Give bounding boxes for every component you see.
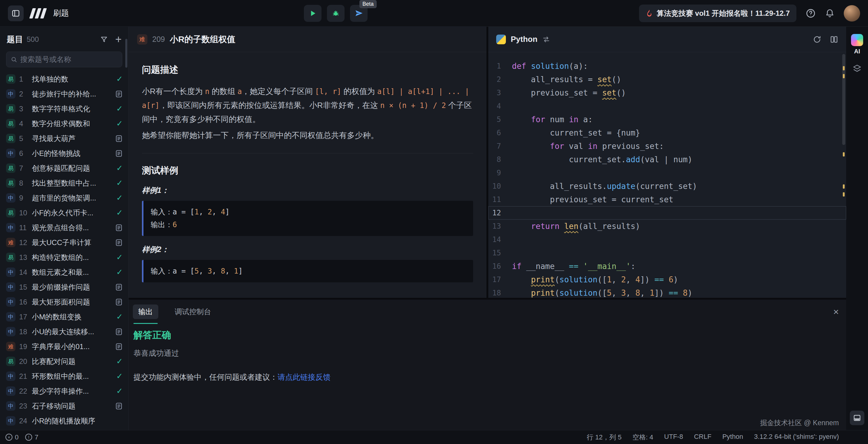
difficulty-badge: 难 <box>6 238 16 247</box>
problem-list-item[interactable]: 易5寻找最大葫芦 <box>0 131 128 146</box>
problem-list-item[interactable]: 易1找单独的数✓ <box>0 71 128 87</box>
add-problem-button[interactable]: + <box>115 35 122 43</box>
code-line-18[interactable]: 18 print(solution([5, 3, 8, 1]) == 8) <box>488 286 846 298</box>
indentation-setting[interactable]: 空格: 4 <box>632 433 653 442</box>
code-line-13[interactable]: 13 return len(all_results) <box>488 220 846 233</box>
problem-list-item[interactable]: 易10小F的永久代币卡...✓ <box>0 205 128 220</box>
problem-number: 19 <box>19 342 28 351</box>
search-box <box>6 52 122 67</box>
tab-output[interactable]: 输出 <box>133 305 158 319</box>
code-line-8[interactable]: 8 current_set.add(val | num) <box>488 153 846 166</box>
search-input[interactable] <box>20 55 118 64</box>
problem-list-item[interactable]: 难12最大UCC子串计算 <box>0 235 128 250</box>
attempted-doc-icon <box>115 402 123 410</box>
problem-list-item[interactable]: 易20比赛配对问题✓ <box>0 354 128 369</box>
code-line-7[interactable]: 7 for val in previous_set: <box>488 139 846 153</box>
problem-number: 9 <box>19 194 28 202</box>
warning-count: 7 <box>35 433 38 441</box>
code-line-5[interactable]: 5 for num in a: <box>488 113 846 126</box>
description-paragraph: 她希望你能帮她计算一下，所有子区间中的不同权值总共有多少种。 <box>142 129 473 142</box>
problem-list-item[interactable]: 易7创意标题匹配问题✓ <box>0 161 128 176</box>
problem-list-item[interactable]: 中23石子移动问题 <box>0 399 128 413</box>
code-editor[interactable]: 1def solution(a):2 all_results = set()3 … <box>488 52 846 298</box>
problem-list-item[interactable]: 中14数组元素之和最...✓ <box>0 265 128 280</box>
text-segment: 小R有一个长度为 <box>142 87 205 96</box>
problem-list-item[interactable]: 易4数字分组求偶数和✓ <box>0 116 128 131</box>
code-line-15[interactable]: 15 <box>488 246 846 260</box>
close-panel-icon[interactable]: × <box>833 307 839 317</box>
code-line-1[interactable]: 1def solution(a): <box>488 59 846 73</box>
feedback-link[interactable]: 请点此链接反馈 <box>278 373 331 381</box>
columns-icon <box>830 35 838 44</box>
code-line-17[interactable]: 17 print(solution([1, 2, 4]) == 6) <box>488 273 846 286</box>
run-button[interactable] <box>304 5 321 22</box>
editor-header: Python <box>488 27 846 52</box>
problem-list-item[interactable]: 中9超市里的货物架调...✓ <box>0 190 128 205</box>
language-switch-button[interactable] <box>542 35 550 43</box>
sidebar-scrollbar-thumb[interactable] <box>125 39 127 68</box>
filter-button[interactable] <box>100 35 108 43</box>
code-line-10[interactable]: 10 all_results.update(current_set) <box>488 180 846 193</box>
code-line-4[interactable]: 4 <box>488 99 846 113</box>
output-tabs: 输出 调试控制台 × <box>129 299 846 324</box>
toggle-bottom-panel-button[interactable] <box>850 411 864 425</box>
workspace-switcher-button[interactable] <box>8 5 24 21</box>
tab-debug-console[interactable]: 调试控制台 <box>169 305 217 319</box>
problem-title: 小M的数组变换 <box>32 312 113 322</box>
problem-list-item[interactable]: 易3数字字符串格式化✓ <box>0 101 128 116</box>
problem-list-item[interactable]: 中6小E的怪物挑战 <box>0 146 128 161</box>
warnings-indicator[interactable]: ! 7 <box>25 433 38 441</box>
attempted-doc-icon <box>115 298 123 306</box>
submit-button[interactable]: Beta <box>350 5 368 22</box>
problem-title: 小U的最大连续移... <box>32 327 111 337</box>
problem-title: 小R的随机播放顺序 <box>32 416 123 426</box>
contest-banner-text: 算法竞技赛 vol1 开始报名啦！11.29-12.7 <box>657 8 790 18</box>
reset-code-button[interactable] <box>813 35 821 44</box>
code-area: 1def solution(a):2 all_results = set()3 … <box>488 59 846 298</box>
errors-indicator[interactable]: × 0 <box>5 433 19 441</box>
code-line-14[interactable]: 14 <box>488 233 846 246</box>
problem-list-item[interactable]: 中2徒步旅行中的补给... <box>0 87 128 101</box>
code-line-11[interactable]: 11 previous_set = current_set <box>488 193 846 206</box>
code-line-3[interactable]: 3 previous_set = set() <box>488 86 846 99</box>
ai-assistant-icon[interactable] <box>851 34 863 46</box>
difficulty-badge: 中 <box>6 416 16 425</box>
contest-banner[interactable]: 算法竞技赛 vol1 开始报名啦！11.29-12.7 <box>639 5 797 22</box>
encoding-setting[interactable]: UTF-8 <box>664 433 683 442</box>
eol-setting[interactable]: CRLF <box>694 433 711 442</box>
line-number: 11 <box>488 193 512 206</box>
problem-list-item[interactable]: 中15最少前缀操作问题 <box>0 280 128 294</box>
code-line-2[interactable]: 2 all_results = set() <box>488 73 846 86</box>
problem-list-item[interactable]: 难19字典序最小的01... <box>0 339 128 354</box>
problem-list-item[interactable]: 中18小U的最大连续移... <box>0 324 128 339</box>
problem-list-item[interactable]: 中17小M的数组变换✓ <box>0 309 128 324</box>
interpreter-info[interactable]: 3.12.2 64-bit ('shims': pyenv) <box>754 433 839 442</box>
problem-list-item[interactable]: 中21环形数组中的最...✓ <box>0 369 128 384</box>
warning-marker <box>843 152 845 157</box>
sample1-label: 样例1： <box>142 185 473 195</box>
user-avatar[interactable] <box>844 5 860 22</box>
code-line-6[interactable]: 6 current_set = {num} <box>488 126 846 139</box>
language-mode[interactable]: Python <box>722 433 743 442</box>
problem-list-item[interactable]: 中22最少字符串操作...✓ <box>0 384 128 399</box>
difficulty-badge: 中 <box>6 193 16 202</box>
split-view-button[interactable] <box>830 35 838 44</box>
problem-list-item[interactable]: 中16最大矩形面积问题 <box>0 294 128 309</box>
problem-list-item[interactable]: 易13构造特定数组的...✓ <box>0 250 128 265</box>
problem-number: 24 <box>19 417 28 425</box>
problem-title: 找单独的数 <box>32 74 113 84</box>
code-line-9[interactable]: 9 <box>488 166 846 180</box>
problem-list-item[interactable]: 中11观光景点组合得... <box>0 220 128 235</box>
problem-list-item[interactable]: 中24小R的随机播放顺序 <box>0 413 128 428</box>
debug-button[interactable] <box>327 5 344 22</box>
notifications-button[interactable] <box>825 8 835 18</box>
attempted-doc-icon <box>115 283 123 291</box>
attempted-doc-icon <box>115 328 123 336</box>
problem-list-item[interactable]: 易8找出整型数组中占...✓ <box>0 176 128 190</box>
code-line-12[interactable]: 12 <box>488 206 846 220</box>
help-button[interactable] <box>806 8 816 19</box>
plugin-button[interactable] <box>852 64 862 73</box>
line-number: 9 <box>488 166 512 180</box>
code-line-16[interactable]: 16if __name__ == '__main__': <box>488 260 846 273</box>
cursor-position[interactable]: 行 12，列 5 <box>587 433 621 442</box>
